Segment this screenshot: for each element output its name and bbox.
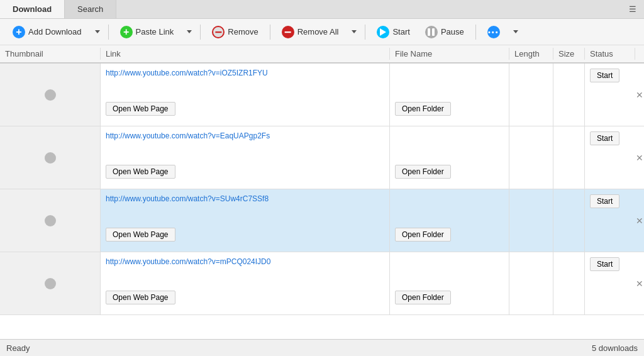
item-url-1: http://www.youtube.com/watch?v=iOZ5IZR1F… bbox=[106, 69, 384, 77]
item-url-2: http://www.youtube.com/watch?v=EaqUAPgp2… bbox=[106, 131, 384, 140]
start-button[interactable]: Start bbox=[370, 23, 416, 41]
separator-1 bbox=[108, 25, 109, 40]
more-options-button[interactable]: ••• bbox=[481, 23, 506, 41]
item-length-4 bbox=[509, 252, 553, 314]
item-link-col-2: http://www.youtube.com/watch?v=EaqUAPgp2… bbox=[101, 126, 390, 189]
item-status-col-4: Start bbox=[585, 252, 635, 314]
item-close-button-3[interactable]: ✕ bbox=[635, 189, 644, 252]
col-filename: File Name bbox=[390, 48, 509, 60]
item-filename-col-4: Open Folder bbox=[390, 252, 509, 314]
item-filename-col-1: Open Folder bbox=[390, 64, 509, 126]
more-options-icon: ••• bbox=[487, 26, 500, 38]
item-status-col-1: Start bbox=[585, 64, 635, 126]
chevron-down-icon bbox=[187, 30, 192, 33]
open-folder-button-1[interactable]: Open Folder bbox=[395, 102, 451, 116]
item-link-col-3: http://www.youtube.com/watch?v=SUw4rC7SS… bbox=[101, 189, 390, 252]
item-link-col-4: http://www.youtube.com/watch?v=mPCQ024IJ… bbox=[101, 252, 390, 314]
item-size-2 bbox=[553, 126, 585, 189]
status-ready: Ready bbox=[6, 343, 30, 353]
item-filename-col-2: Open Folder bbox=[390, 126, 509, 189]
hamburger-menu-button[interactable]: ☰ bbox=[621, 0, 644, 18]
downloads-count: 5 downloads bbox=[592, 343, 638, 353]
table-row[interactable]: http://www.youtube.com/watch?v=mPCQ024IJ… bbox=[0, 252, 644, 315]
open-folder-button-4[interactable]: Open Folder bbox=[395, 291, 451, 304]
remove-all-icon: − bbox=[282, 26, 294, 38]
col-close bbox=[635, 48, 644, 60]
item-link-col-1: http://www.youtube.com/watch?v=iOZ5IZR1F… bbox=[101, 64, 390, 126]
item-start-button-2[interactable]: Start bbox=[590, 131, 619, 145]
remove-all-dropdown[interactable] bbox=[347, 28, 360, 36]
open-folder-button-2[interactable]: Open Folder bbox=[395, 165, 451, 179]
separator-3 bbox=[270, 25, 270, 40]
open-folder-button-3[interactable]: Open Folder bbox=[395, 228, 451, 242]
chevron-down-icon bbox=[95, 30, 100, 33]
thumbnail-placeholder bbox=[45, 215, 56, 226]
item-close-button-1[interactable]: ✕ bbox=[635, 64, 644, 126]
item-size-3 bbox=[553, 189, 585, 252]
item-length-2 bbox=[509, 126, 553, 189]
item-filename-col-3: Open Folder bbox=[390, 189, 509, 252]
add-download-dropdown[interactable] bbox=[91, 28, 103, 36]
item-size-1 bbox=[553, 64, 585, 126]
item-start-button-1[interactable]: Start bbox=[590, 69, 619, 82]
open-web-page-button-3[interactable]: Open Web Page bbox=[106, 228, 175, 242]
item-url-4: http://www.youtube.com/watch?v=mPCQ024IJ… bbox=[106, 257, 384, 266]
add-download-icon: + bbox=[13, 26, 25, 38]
item-thumbnail-1 bbox=[0, 64, 101, 126]
separator-2 bbox=[200, 25, 201, 40]
thumbnail-placeholder bbox=[45, 152, 56, 164]
item-close-button-4[interactable]: ✕ bbox=[635, 252, 644, 314]
add-download-button[interactable]: + Add Download bbox=[6, 23, 88, 41]
open-web-page-button-4[interactable]: Open Web Page bbox=[106, 291, 175, 304]
thumbnail-placeholder bbox=[45, 278, 56, 289]
col-length: Length bbox=[509, 48, 553, 60]
status-bar: Ready 5 downloads bbox=[0, 339, 644, 356]
pause-icon bbox=[425, 26, 438, 38]
tab-download[interactable]: Download bbox=[0, 0, 65, 18]
open-web-page-button-1[interactable]: Open Web Page bbox=[106, 102, 175, 116]
open-web-page-button-2[interactable]: Open Web Page bbox=[106, 165, 175, 179]
separator-5 bbox=[475, 25, 476, 40]
item-close-button-2[interactable]: ✕ bbox=[635, 126, 644, 189]
col-size: Size bbox=[553, 48, 585, 60]
item-length-3 bbox=[509, 189, 553, 252]
remove-icon: − bbox=[212, 26, 225, 38]
paste-link-icon: + bbox=[120, 26, 133, 38]
remove-button[interactable]: − Remove bbox=[206, 23, 264, 41]
item-status-col-3: Start bbox=[585, 189, 635, 252]
item-status-col-2: Start bbox=[585, 126, 635, 189]
table-row[interactable]: http://www.youtube.com/watch?v=EaqUAPgp2… bbox=[0, 126, 644, 189]
pause-button[interactable]: Pause bbox=[419, 23, 470, 41]
tab-search[interactable]: Search bbox=[65, 0, 116, 18]
thumbnail-placeholder bbox=[45, 89, 56, 101]
chevron-down-icon bbox=[352, 30, 357, 33]
item-thumbnail-4 bbox=[0, 252, 101, 314]
tab-bar: Download Search ☰ bbox=[0, 0, 644, 19]
item-thumbnail-2 bbox=[0, 126, 101, 189]
col-thumbnail: Thumbnail bbox=[0, 48, 101, 60]
col-status: Status bbox=[585, 48, 635, 60]
download-list: http://www.youtube.com/watch?v=iOZ5IZR1F… bbox=[0, 64, 644, 339]
paste-link-button[interactable]: + Paste Link bbox=[114, 23, 180, 41]
table-header: Thumbnail Link File Name Length Size Sta… bbox=[0, 45, 644, 64]
chevron-down-icon bbox=[513, 30, 518, 33]
col-link: Link bbox=[101, 48, 390, 60]
separator-4 bbox=[365, 25, 365, 40]
remove-all-button[interactable]: − Remove All bbox=[275, 23, 345, 41]
item-size-4 bbox=[553, 252, 585, 314]
more-options-dropdown[interactable] bbox=[509, 28, 521, 36]
item-thumbnail-3 bbox=[0, 189, 101, 252]
table-row[interactable]: http://www.youtube.com/watch?v=iOZ5IZR1F… bbox=[0, 64, 644, 126]
item-url-3: http://www.youtube.com/watch?v=SUw4rC7SS… bbox=[106, 194, 384, 203]
table-row[interactable]: http://www.youtube.com/watch?v=SUw4rC7SS… bbox=[0, 189, 644, 252]
item-start-button-4[interactable]: Start bbox=[590, 257, 619, 271]
paste-link-dropdown[interactable] bbox=[182, 28, 195, 36]
start-icon bbox=[377, 26, 389, 38]
toolbar: + Add Download + Paste Link − Remove − R… bbox=[0, 19, 644, 45]
item-length-1 bbox=[509, 64, 553, 126]
item-start-button-3[interactable]: Start bbox=[590, 194, 619, 208]
